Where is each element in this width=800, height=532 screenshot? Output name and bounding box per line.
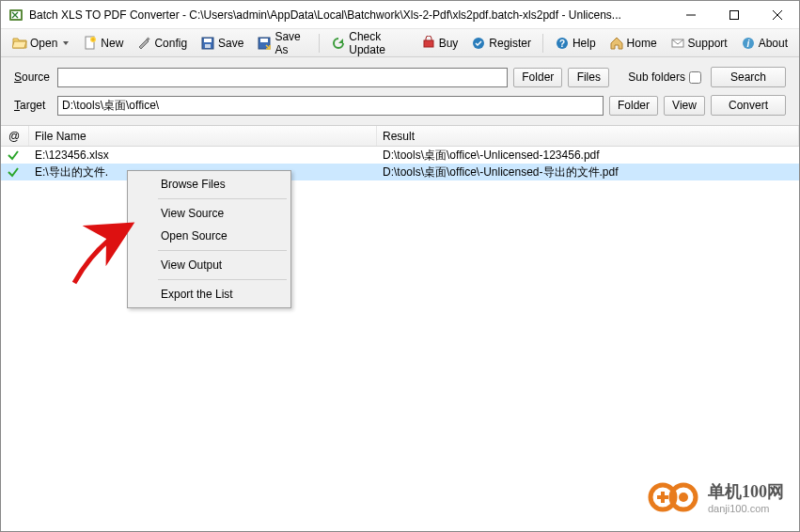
- home-label: Home: [627, 37, 657, 50]
- config-icon: [136, 36, 151, 51]
- close-button[interactable]: [756, 1, 799, 29]
- cart-icon: [421, 36, 436, 51]
- open-label: Open: [30, 37, 57, 50]
- support-label: Support: [688, 37, 728, 50]
- menu-separator: [158, 279, 287, 280]
- app-icon: [8, 8, 24, 23]
- maximize-button[interactable]: [713, 1, 756, 29]
- table-body: E:\123456.xlsxD:\tools\桌面\office\-Unlice…: [1, 147, 799, 180]
- help-button[interactable]: ? Help: [549, 32, 602, 55]
- file-table: @ File Name Result E:\123456.xlsxD:\tool…: [1, 126, 799, 180]
- save-button[interactable]: Save: [195, 32, 249, 55]
- header-filename[interactable]: File Name: [29, 126, 377, 146]
- convert-button[interactable]: Convert: [711, 95, 786, 116]
- path-panel: Source Folder Files Sub folders Search T…: [1, 57, 799, 126]
- save-as-button[interactable]: Save As: [251, 26, 313, 60]
- svg-text:?: ?: [559, 39, 565, 49]
- svg-rect-14: [424, 40, 433, 47]
- row-filename: E:\123456.xlsx: [29, 149, 377, 162]
- row-status-icon: [1, 165, 29, 179]
- source-files-button[interactable]: Files: [568, 68, 609, 87]
- target-label: Target: [14, 99, 52, 112]
- save-icon: [200, 36, 215, 51]
- new-label: New: [101, 37, 123, 50]
- register-button[interactable]: Register: [465, 32, 537, 55]
- folder-open-icon: [12, 36, 27, 51]
- register-icon: [471, 36, 486, 51]
- help-label: Help: [573, 37, 596, 50]
- svg-rect-10: [204, 39, 212, 42]
- svg-rect-13: [260, 39, 268, 42]
- titlebar: Batch XLS TO PDF Converter - C:\Users\ad…: [1, 1, 799, 29]
- menu-icon-strip: [130, 173, 154, 305]
- sub-folders-check[interactable]: Sub folders: [628, 70, 701, 84]
- about-button[interactable]: i About: [735, 32, 793, 55]
- source-folder-button[interactable]: Folder: [513, 68, 562, 87]
- svg-text:i: i: [746, 39, 749, 49]
- watermark: 单机100网 danji100.com: [648, 478, 784, 516]
- config-button[interactable]: Config: [131, 32, 193, 55]
- menu-separator: [158, 198, 287, 199]
- buy-label: Buy: [439, 37, 459, 50]
- svg-rect-3: [730, 10, 739, 19]
- header-at[interactable]: @: [1, 126, 29, 146]
- source-label: Source: [14, 70, 52, 84]
- source-row: Source Folder Files Sub folders Search: [14, 67, 786, 87]
- watermark-logo-icon: [648, 478, 700, 516]
- row-result: D:\tools\桌面\office\-Unlicensed-123456.pd…: [377, 148, 799, 164]
- buy-button[interactable]: Buy: [416, 32, 464, 55]
- new-button[interactable]: New: [77, 32, 129, 55]
- toolbar-separator: [542, 34, 543, 53]
- dropdown-icon: [62, 39, 70, 47]
- help-icon: ?: [555, 36, 570, 51]
- row-result: D:\tools\桌面\office\-Unlicensed-导出的文件.pdf: [377, 164, 799, 180]
- about-label: About: [759, 37, 788, 50]
- home-button[interactable]: Home: [604, 32, 663, 55]
- svg-rect-11: [205, 44, 211, 48]
- target-row: Target Folder View Convert: [14, 95, 786, 116]
- home-icon: [609, 36, 624, 51]
- toolbar-separator: [319, 34, 320, 53]
- row-status-icon: [1, 149, 29, 162]
- table-row[interactable]: E:\123456.xlsxD:\tools\桌面\office\-Unlice…: [1, 147, 799, 164]
- save-label: Save: [218, 37, 243, 50]
- minimize-button[interactable]: [669, 1, 713, 29]
- check-update-label: Check Update: [349, 30, 407, 56]
- window-controls: [669, 1, 799, 29]
- save-as-icon: [257, 36, 272, 51]
- table-row[interactable]: E:\导出的文件.D:\tools\桌面\office\-Unlicensed-…: [1, 164, 799, 180]
- refresh-icon: [331, 36, 346, 51]
- new-icon: [83, 36, 98, 51]
- target-view-button[interactable]: View: [664, 96, 705, 116]
- table-header: @ File Name Result: [1, 126, 799, 147]
- support-icon: [670, 36, 685, 51]
- toolbar: Open New Config Save Save As Check Updat…: [1, 29, 799, 57]
- context-menu: Browse Files View Source Open Source Vie…: [127, 170, 291, 308]
- check-update-button[interactable]: Check Update: [325, 26, 413, 60]
- sub-folders-label: Sub folders: [628, 70, 685, 84]
- watermark-sub: danji100.com: [708, 503, 784, 514]
- target-input[interactable]: [57, 96, 604, 116]
- window-title: Batch XLS TO PDF Converter - C:\Users\ad…: [29, 8, 669, 22]
- sub-folders-checkbox[interactable]: [689, 71, 701, 84]
- svg-point-23: [679, 493, 688, 502]
- register-label: Register: [489, 37, 531, 50]
- source-input[interactable]: [57, 68, 508, 87]
- search-button[interactable]: Search: [711, 67, 786, 87]
- open-button[interactable]: Open: [7, 32, 75, 55]
- target-folder-button[interactable]: Folder: [609, 96, 658, 116]
- header-result[interactable]: Result: [377, 126, 799, 146]
- save-as-label: Save As: [275, 30, 307, 56]
- watermark-text: 单机100网: [708, 480, 784, 503]
- info-icon: i: [741, 36, 756, 51]
- support-button[interactable]: Support: [665, 32, 733, 55]
- menu-separator: [158, 250, 287, 251]
- config-label: Config: [154, 37, 187, 50]
